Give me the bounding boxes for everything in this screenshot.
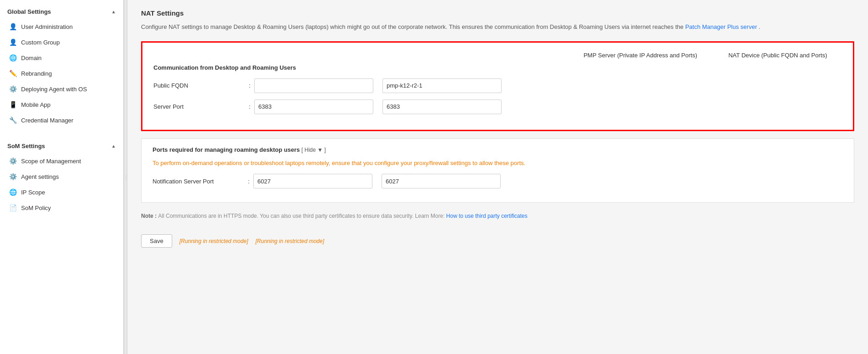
ports-header: Ports required for managing roaming desk… (153, 146, 843, 153)
public-fqdn-row: Public FQDN : (153, 78, 842, 93)
global-settings-section[interactable]: Global Settings ▲ (0, 5, 123, 19)
sidebar-item-label: Mobile App (21, 101, 50, 108)
public-fqdn-pmp-input[interactable] (254, 78, 373, 93)
sidebar-item-label: Domain (21, 55, 42, 61)
sidebar-item-label: Credential Manager (21, 117, 73, 124)
restricted-badge-2: [Running in restricted mode] (256, 238, 324, 244)
patch-manager-link[interactable]: Patch Manager Plus server (685, 23, 757, 30)
ports-description: To perform on-demand operations or troub… (153, 159, 843, 168)
sidebar-item-label: Scope of Management (21, 158, 81, 165)
third-party-cert-link[interactable]: How to use third party certificates (446, 213, 527, 219)
sidebar-item-label: SoM Policy (21, 205, 51, 211)
server-port-label: Server Port (153, 103, 245, 110)
public-fqdn-label: Public FQDN (153, 82, 245, 89)
sidebar-item-label: Agent settings (21, 173, 59, 180)
page-title: NAT Settings (141, 9, 854, 17)
description-text-part2: . (759, 23, 760, 30)
rebranding-icon: ✏️ (9, 70, 17, 77)
sidebar-item-agent-settings[interactable]: ⚙️ Agent settings (0, 169, 123, 184)
nat-description: Configure NAT settings to manage Desktop… (141, 22, 854, 32)
ports-section: Ports required for managing roaming desk… (141, 138, 854, 203)
sidebar-item-label: User Administration (21, 23, 73, 30)
ip-scope-icon: 🌐 (9, 188, 17, 196)
notification-port-row: Notification Server Port : (153, 174, 843, 188)
sidebar-item-label: Custom Group (21, 39, 60, 46)
deploying-agent-icon: ⚙️ (9, 85, 17, 93)
global-settings-label: Global Settings (7, 8, 51, 15)
save-button[interactable]: Save (141, 234, 172, 248)
main-content: NAT Settings Configure NAT settings to m… (127, 0, 868, 354)
notification-port-nat-input[interactable] (382, 174, 501, 188)
sidebar-item-label: Deploying Agent with OS (21, 86, 87, 93)
nat-settings-box: PMP Server (Private IP Address and Ports… (141, 41, 854, 131)
notification-port-colon: : (244, 178, 253, 185)
sidebar-splitter[interactable]: ⋮ (124, 0, 127, 354)
footer-bar: Save [Running in restricted mode] [Runni… (141, 230, 854, 252)
notification-port-inputs (253, 174, 501, 188)
note-text-block: Note : All Communications are in HTTPS m… (141, 212, 854, 221)
sidebar-item-label: IP Scope (21, 189, 45, 196)
communication-label: Communication from Desktop and Roaming U… (153, 64, 842, 71)
sidebar-item-mobile-app[interactable]: 📱 Mobile App (0, 97, 123, 112)
sidebar-item-ip-scope[interactable]: 🌐 IP Scope (0, 184, 123, 200)
sidebar-item-som-policy[interactable]: 📄 SoM Policy (0, 200, 123, 216)
global-settings-items: 👤 User Administration 👤 Custom Group 🌐 D… (0, 19, 123, 128)
notification-port-label: Notification Server Port (153, 178, 244, 185)
sidebar-item-label: Rebranding (21, 70, 52, 77)
public-fqdn-nat-input[interactable] (382, 78, 502, 93)
restricted-badge-1: [Running in restricted mode] (180, 238, 248, 244)
domain-icon: 🌐 (9, 54, 17, 61)
sidebar-item-user-administration[interactable]: 👤 User Administration (0, 19, 123, 34)
sidebar-item-custom-group[interactable]: 👤 Custom Group (0, 34, 123, 50)
sidebar-item-domain[interactable]: 🌐 Domain (0, 50, 123, 66)
scope-icon: ⚙️ (9, 157, 17, 165)
sidebar-item-rebranding[interactable]: ✏️ Rebranding (0, 66, 123, 81)
som-settings-label: SoM Settings (7, 143, 45, 149)
som-settings-chevron: ▲ (111, 144, 116, 149)
server-port-inputs (254, 100, 502, 114)
col-label-nat: NAT Device (Public FQDN and Ports) (714, 52, 842, 59)
ports-hide-link[interactable]: [ Hide ▼ ] (301, 147, 326, 153)
agent-settings-icon: ⚙️ (9, 173, 17, 180)
som-settings-section[interactable]: SoM Settings ▲ (0, 139, 123, 153)
server-port-row: Server Port : (153, 100, 842, 114)
public-fqdn-colon: : (245, 82, 254, 89)
som-settings-items: ⚙️ Scope of Management ⚙️ Agent settings… (0, 153, 123, 216)
server-port-colon: : (245, 103, 254, 110)
sidebar: Global Settings ▲ 👤 User Administration … (0, 0, 124, 354)
notification-port-pmp-input[interactable] (253, 174, 372, 188)
custom-group-icon: 👤 (9, 39, 17, 46)
sidebar-item-deploying-agent[interactable]: ⚙️ Deploying Agent with OS (0, 81, 123, 97)
public-fqdn-inputs (254, 78, 502, 93)
user-administration-icon: 👤 (9, 23, 17, 30)
sidebar-item-credential-manager[interactable]: 🔧 Credential Manager (0, 112, 123, 128)
sidebar-item-scope-of-management[interactable]: ⚙️ Scope of Management (0, 153, 123, 169)
global-settings-chevron: ▲ (111, 9, 116, 14)
server-port-pmp-input[interactable] (254, 100, 373, 114)
note-body: All Communications are in HTTPS mode. Yo… (158, 213, 444, 219)
server-port-nat-input[interactable] (382, 100, 502, 114)
mobile-app-icon: 📱 (9, 101, 17, 108)
description-text-part1: Configure NAT settings to manage Desktop… (141, 23, 683, 30)
note-label: Note : (141, 213, 158, 219)
sidebar-divider (0, 131, 123, 136)
som-policy-icon: 📄 (9, 204, 17, 211)
nat-column-headers: PMP Server (Private IP Address and Ports… (153, 52, 842, 59)
ports-title: Ports required for managing roaming desk… (153, 146, 300, 153)
col-label-pmp: PMP Server (Private IP Address and Ports… (576, 52, 704, 59)
credential-manager-icon: 🔧 (9, 116, 17, 124)
